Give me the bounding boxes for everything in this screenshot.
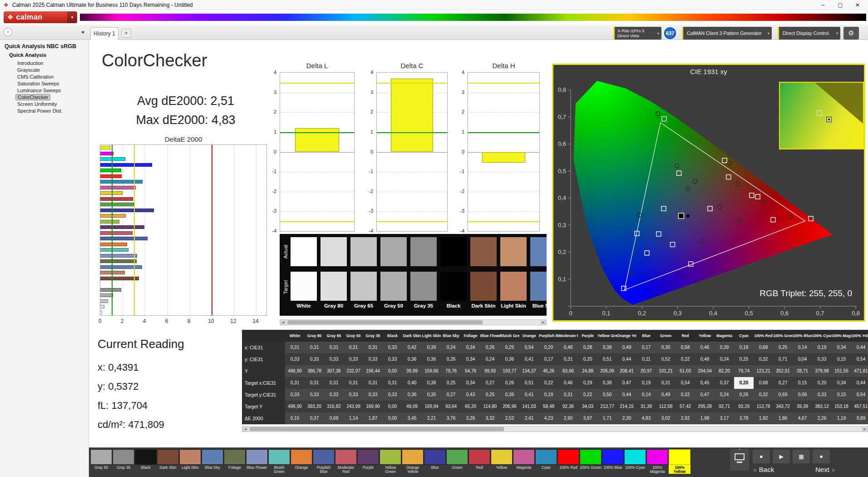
table-cell: 0,54 bbox=[851, 353, 868, 365]
patch-color-swatch bbox=[491, 449, 513, 465]
pattern-patch-yellow-green[interactable]: Yellow Green bbox=[380, 449, 401, 474]
table-cell: 352,51 bbox=[773, 365, 793, 377]
next-chevron-icon: » bbox=[832, 466, 835, 473]
pattern-patch-yellow[interactable]: Yellow bbox=[491, 449, 513, 474]
pattern-patch-100-cyan[interactable]: 100% Cyan bbox=[624, 449, 646, 474]
delta-h-chart bbox=[468, 72, 540, 232]
pattern-patch-100-magenta[interactable]: 100% Magenta bbox=[646, 449, 668, 474]
calman-menu-button[interactable]: ❖ calman ▾ bbox=[4, 11, 77, 23]
pattern-patch-dark-skin[interactable]: Dark Skin bbox=[157, 449, 179, 474]
sidebar-item-spectral-power-dist[interactable]: Spectral Power Dist. bbox=[15, 108, 64, 114]
patch-color-swatch bbox=[446, 449, 468, 465]
pattern-patch-gray-50[interactable]: Gray 50 bbox=[90, 449, 112, 474]
pattern-patch-blue[interactable]: Blue bbox=[424, 449, 446, 474]
pattern-patch-green[interactable]: Green bbox=[446, 449, 468, 474]
pattern-patch-light-skin[interactable]: Light Skin bbox=[179, 449, 201, 474]
column-header-light-skin: Light Skin bbox=[422, 330, 441, 342]
display-preview-button[interactable]: ⌃ bbox=[730, 449, 749, 471]
table-cell: 214,15 bbox=[617, 401, 636, 412]
scroll-left-icon[interactable]: ◄ bbox=[280, 320, 286, 325]
table-cell: 0,06 bbox=[793, 389, 812, 401]
pattern-patch-gray-35[interactable]: Gray 35 bbox=[113, 449, 134, 474]
pattern-patch-orange-yellow[interactable]: Orange Yellow bbox=[402, 449, 424, 474]
pattern-patch-100-blue[interactable]: 100% Blue bbox=[602, 449, 624, 474]
pattern-window-button[interactable]: ▦ bbox=[793, 450, 810, 463]
y-tick-label: 2 bbox=[267, 109, 276, 115]
patch-color-swatch bbox=[246, 449, 268, 465]
sidebar-item-screen-uniformity[interactable]: Screen Uniformity bbox=[15, 101, 59, 107]
pattern-patch-orange[interactable]: Orange bbox=[291, 449, 312, 474]
display-control-dropdown[interactable]: Direct Display Control ▾ bbox=[778, 27, 840, 40]
table-cell: 0,35 bbox=[422, 389, 441, 401]
sidebar-item-introduction[interactable]: Introduction bbox=[15, 60, 45, 66]
swatch-label: Gray 35 bbox=[410, 303, 437, 308]
pattern-patch-red[interactable]: Red bbox=[469, 449, 490, 474]
table-cell: 134,37 bbox=[519, 365, 539, 377]
pattern-patch-blue-flower[interactable]: Blue Flower bbox=[246, 449, 268, 474]
meter-dropdown[interactable]: X-Rite i1Pro 3 Direct View ▾ bbox=[613, 27, 661, 40]
swatch-scrollbar[interactable]: ◄ ► bbox=[280, 319, 547, 325]
swatch-scrollbar-thumb[interactable] bbox=[287, 320, 483, 324]
table-cell: 0,58 bbox=[676, 342, 695, 353]
add-tab-button[interactable]: + bbox=[121, 29, 131, 38]
sidebar-item-colorchecker[interactable]: ColorChecker bbox=[15, 94, 50, 100]
close-button[interactable]: ✕ bbox=[849, 0, 866, 10]
stop-button[interactable]: ⏹ bbox=[753, 450, 770, 463]
scroll-right-icon[interactable]: ► bbox=[540, 320, 546, 325]
current-reading-title: Current Reading bbox=[98, 337, 184, 351]
pattern-patch-moderate-red[interactable]: Moderate Red bbox=[335, 449, 357, 474]
play-button[interactable]: ▶ bbox=[773, 450, 790, 463]
pattern-patch-100-red[interactable]: 100% Red bbox=[557, 449, 579, 474]
sidebar-item-quick-analysis[interactable]: Quick Analysis bbox=[9, 52, 46, 58]
record-button[interactable]: ⏺ bbox=[813, 450, 830, 463]
column-header-green: Green bbox=[656, 330, 676, 342]
back-circle-button[interactable]: ‹ bbox=[4, 28, 12, 36]
pattern-patch-purplish-blue[interactable]: Purplish Blue bbox=[313, 449, 335, 474]
patch-label: Red bbox=[469, 465, 490, 474]
pattern-patch-foliage[interactable]: Foliage bbox=[224, 449, 246, 474]
pattern-patch-cyan[interactable]: Cyan bbox=[535, 449, 557, 474]
table-cell: 0,33 bbox=[383, 353, 402, 365]
x-tick-label: 8 bbox=[184, 318, 193, 324]
table-scrollbar-thumb[interactable] bbox=[250, 427, 504, 431]
patch-color-swatch bbox=[357, 449, 379, 465]
sidebar-collapse-icon[interactable]: ◄ bbox=[80, 29, 85, 35]
next-button[interactable]: Next» bbox=[815, 466, 838, 473]
pattern-patch-blue-sky[interactable]: Blue Sky bbox=[202, 449, 223, 474]
sidebar-item-saturation-sweeps[interactable]: Saturation Sweeps bbox=[15, 80, 61, 87]
table-cell: 0,33 bbox=[383, 342, 402, 353]
patch-color-swatch bbox=[268, 449, 290, 465]
pattern-patch-magenta[interactable]: Magenta bbox=[513, 449, 535, 474]
pattern-patch-100-green[interactable]: 100% Green bbox=[580, 449, 602, 474]
pattern-patch-bluish-green[interactable]: Bluish Green bbox=[268, 449, 290, 474]
gear-icon[interactable]: ⚙ bbox=[843, 27, 859, 40]
pattern-patch-100-yellow[interactable]: 100% Yellow bbox=[669, 449, 690, 474]
sidebar-item-luminance-sweeps[interactable]: Luminance Sweeps bbox=[15, 87, 63, 94]
back-button[interactable]: «Back bbox=[751, 466, 774, 473]
pattern-patch-black[interactable]: Black bbox=[135, 449, 157, 474]
swatch-label: Gray 65 bbox=[350, 303, 377, 308]
gridline bbox=[280, 112, 354, 113]
tab-history-1[interactable]: History 1 bbox=[90, 27, 118, 40]
pattern-generator-dropdown[interactable]: CalMAN Client 3 Pattern Generator ▾ bbox=[682, 27, 772, 40]
pattern-patch-purple[interactable]: Purple bbox=[357, 449, 379, 474]
sidebar-item-grayscale[interactable]: Grayscale bbox=[15, 67, 42, 73]
scroll-right-icon[interactable]: ► bbox=[862, 427, 868, 432]
gridline bbox=[377, 172, 447, 172]
table-cell: 0,33 bbox=[383, 389, 402, 401]
patch-label: 100% Red bbox=[557, 465, 579, 474]
scroll-left-icon[interactable]: ◄ bbox=[242, 427, 248, 432]
table-cell: 0,68 bbox=[754, 342, 773, 353]
minimize-button[interactable]: – bbox=[814, 0, 832, 10]
y-tick-label: 1 bbox=[364, 129, 373, 135]
table-cell: 2,21 bbox=[422, 412, 441, 424]
table-cell: 0,11 bbox=[636, 353, 656, 365]
table-scrollbar[interactable]: ◄ ► bbox=[242, 426, 868, 432]
sidebar-item-cms-calibration[interactable]: CMS Calibration bbox=[15, 74, 55, 80]
maximize-button[interactable]: ▢ bbox=[832, 0, 849, 10]
deltae-x-axis-labels: 02468101214 bbox=[100, 318, 272, 325]
bar-row bbox=[100, 299, 266, 303]
table-cell: 0,33 bbox=[305, 353, 324, 365]
inset-target-marker bbox=[817, 110, 822, 116]
delta-c-title: Delta C bbox=[376, 62, 448, 70]
